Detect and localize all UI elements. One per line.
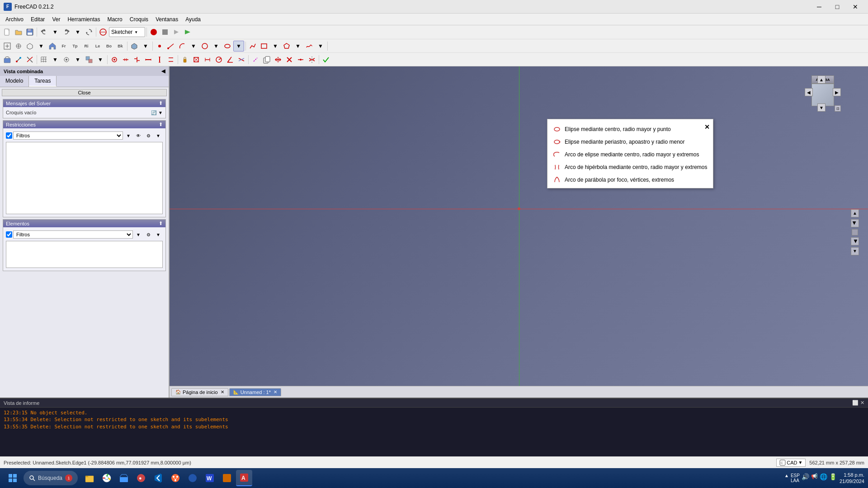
start-button[interactable] (4, 470, 22, 486)
sketcher-move-button[interactable] (273, 54, 283, 65)
elements-checkbox[interactable] (6, 231, 12, 238)
menu-ventanas[interactable]: Ventanas (152, 15, 182, 23)
sketcher-polyline-button[interactable] (247, 41, 258, 52)
stop-square-button[interactable] (160, 27, 170, 38)
attach-sketch-button[interactable] (13, 54, 24, 65)
menu-archivo[interactable]: Archivo (2, 15, 27, 23)
close-sketch-button[interactable] (2, 54, 13, 65)
taskbar-java[interactable] (219, 470, 235, 486)
stop-button[interactable] (148, 27, 159, 38)
dropdown-close-button[interactable]: ✕ (703, 123, 711, 131)
tray-time[interactable]: 1:58 p.m. 21/09/2024 (840, 472, 864, 485)
constrain-angle-button[interactable] (225, 54, 236, 65)
menu-herramientas[interactable]: Herramientas (64, 15, 104, 23)
sketcher-spline-dropdown[interactable]: ▼ (315, 41, 326, 52)
view3d-button[interactable] (24, 41, 35, 52)
sketcher-polygon-dropdown[interactable]: ▼ (292, 41, 303, 52)
constrain-collinear-button[interactable] (120, 54, 131, 65)
taskbar-file-explorer[interactable] (81, 470, 98, 486)
sketcher-rect-button[interactable] (259, 41, 269, 52)
taskbar-acrobat[interactable]: A (236, 470, 252, 486)
constrain-sym-button[interactable] (132, 54, 142, 65)
restrictions-filter-dropdown[interactable]: ▼ (124, 131, 133, 140)
new-file-button[interactable] (2, 27, 13, 38)
menu-ayuda[interactable]: Ayuda (182, 15, 204, 23)
step-button[interactable] (171, 27, 182, 38)
sketcher-trim-button[interactable] (24, 54, 35, 65)
home-tab-close[interactable]: ✕ (221, 389, 224, 394)
side-nav-down[interactable]: ▼ (851, 247, 859, 255)
undo-button[interactable] (38, 27, 49, 38)
elements-filter-dropdown[interactable]: ▼ (134, 230, 143, 239)
dropdown-item-ellipse-periapsis[interactable]: Elipse mediante periastro, apoastro y ra… (547, 136, 713, 148)
redo-button[interactable] (61, 27, 72, 38)
sketcher-copy-button[interactable] (261, 54, 272, 65)
save-file-button[interactable] (24, 27, 35, 38)
nav-up-arrow[interactable]: ▲ (817, 75, 826, 84)
canvas-tab-unnamed[interactable]: 📐 Unnamed : 1* ✕ (229, 388, 281, 396)
constrain-radius-button[interactable] (213, 54, 224, 65)
view-bottom-button[interactable]: Bo (104, 41, 114, 52)
constrain-fix-button[interactable] (179, 54, 190, 65)
sketcher-circle-dropdown[interactable]: ▼ (211, 41, 222, 52)
run-button[interactable] (182, 27, 193, 38)
tab-tareas[interactable]: Tareas (29, 76, 57, 87)
snap-button[interactable] (61, 54, 72, 65)
maximize-button[interactable]: □ (828, 0, 846, 14)
solver-refresh-icon[interactable]: 🔄 (151, 110, 156, 115)
tray-expand[interactable]: ▲ (784, 473, 789, 483)
side-nav-left[interactable]: ◀ (851, 237, 859, 245)
constrain-snell-button[interactable] (236, 54, 247, 65)
cad-dropdown-arrow[interactable]: ▼ (798, 460, 802, 465)
constrain-vline-button[interactable] (154, 54, 165, 65)
constrain-parallel-button[interactable] (165, 54, 176, 65)
dropdown-item-arc-ellipse[interactable]: Arco de elipse mediante centro, radio ma… (547, 148, 713, 161)
view-home-button[interactable] (47, 41, 58, 52)
sketcher-spline-button[interactable] (304, 41, 315, 52)
taskbar-kleopatra[interactable] (184, 470, 201, 486)
taskbar-chrome[interactable] (99, 470, 115, 486)
nav-cube-face[interactable] (811, 84, 834, 106)
restrictions-collapse-icon[interactable]: ⬆ (159, 122, 163, 127)
redo-dropdown[interactable]: ▼ (72, 27, 83, 38)
taskbar-store[interactable] (116, 470, 132, 486)
sketcher-rect-dropdown[interactable]: ▼ (270, 41, 281, 52)
taskbar-git[interactable] (167, 470, 184, 486)
taskbar-app4[interactable]: ● (133, 470, 149, 486)
shading-button[interactable] (129, 41, 140, 52)
close-panel-button[interactable]: Close (2, 89, 167, 96)
tray-speaker2[interactable]: 📢 (811, 473, 818, 483)
view3d-dropdown[interactable]: ▼ (36, 41, 47, 52)
side-nav-up[interactable]: ▲ (851, 209, 859, 217)
sketcher-circle-button[interactable] (199, 41, 210, 52)
canvas-tab-home[interactable]: 🏠 Página de inicio ✕ (171, 388, 228, 396)
canvas-area[interactable]: ARRIBA ◀ ▶ ▲ ▼ ⊡ ▲ ▶ (170, 66, 868, 398)
close-button[interactable]: ✕ (846, 0, 864, 14)
taskbar-vscode[interactable] (150, 470, 166, 486)
rendering-dropdown[interactable]: ▼ (95, 54, 106, 65)
sketcher-conic-dropdown[interactable]: ▼ (233, 41, 244, 52)
solver-section-header[interactable]: Mensajes del Solver ⬆ (3, 99, 165, 107)
refresh-button[interactable] (84, 27, 94, 38)
solver-dropdown-arrow[interactable]: ▼ (158, 110, 163, 115)
constrain-coincident-button[interactable] (109, 54, 120, 65)
menu-ver[interactable]: Ver (48, 15, 64, 23)
restrictions-filter[interactable]: Filtros (13, 131, 123, 140)
dropdown-item-arc-parabola[interactable]: Arco de parábola por foco, vértices, ext… (547, 174, 713, 186)
fit-selection-button[interactable] (13, 41, 24, 52)
sketcher-line-button[interactable] (165, 41, 176, 52)
rendering-order-button[interactable] (84, 54, 94, 65)
tab-modelo[interactable]: Modelo (0, 76, 29, 87)
dropdown-item-arc-hyperbola[interactable]: Arco de hipérbola mediante centro, radio… (547, 161, 713, 174)
sketcher-polygon-button[interactable] (281, 41, 292, 52)
view-top-button[interactable]: Tp (70, 41, 80, 52)
constrain-dist-button[interactable] (202, 54, 213, 65)
restrictions-checkbox[interactable] (6, 132, 12, 139)
sketcher-mirror-button[interactable] (307, 54, 317, 65)
nav-left-arrow[interactable]: ◀ (805, 88, 813, 96)
bottom-panel-close[interactable]: ✕ (860, 400, 864, 406)
sketcher-external-button[interactable] (250, 54, 261, 65)
snap-dropdown[interactable]: ▼ (72, 54, 83, 65)
nav-down-arrow[interactable]: ▼ (817, 103, 826, 112)
sketcher-arc-dropdown[interactable]: ▼ (188, 41, 199, 52)
